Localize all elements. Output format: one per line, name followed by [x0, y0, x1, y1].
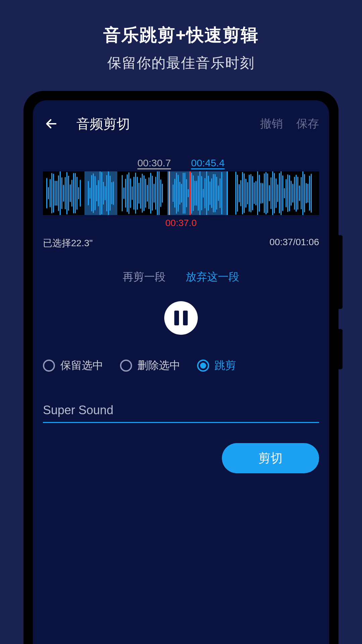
- radio-jump-cut[interactable]: 跳剪: [197, 358, 236, 373]
- wave-segment: [43, 171, 84, 215]
- save-button[interactable]: 保存: [296, 116, 319, 131]
- wave-segment: [228, 171, 319, 215]
- cut-again-button[interactable]: 再剪一段: [123, 270, 166, 284]
- cut-button[interactable]: 剪切: [222, 443, 319, 473]
- wave-segment-selected: [84, 171, 118, 215]
- undo-button[interactable]: 撤销: [260, 116, 283, 131]
- status-row: 已选择22.3" 00:37/01:06: [33, 237, 329, 250]
- end-marker-line: [227, 171, 228, 215]
- radio-label: 跳剪: [215, 358, 236, 373]
- radio-label: 删除选中: [137, 358, 180, 373]
- start-time-marker[interactable]: 00:30.7: [137, 157, 171, 169]
- radio-label: 保留选中: [60, 358, 103, 373]
- wave-segment-selected: [167, 171, 228, 215]
- selected-duration: 已选择22.3": [43, 237, 93, 250]
- waveform-editor: 00:30.7 00:45.4 00:37.0: [43, 157, 319, 228]
- app-screen: 音频剪切 撤销 保存 00:30.7 00:45.4 00:37.0: [33, 100, 329, 644]
- phone-volume-button: [339, 235, 343, 309]
- discard-segment-button[interactable]: 放弃这一段: [186, 270, 239, 284]
- phone-power-button: [339, 329, 343, 369]
- filename-input[interactable]: Super Sound: [43, 403, 319, 423]
- playhead-time: 00:37.0: [43, 218, 319, 228]
- segment-actions: 再剪一段 放弃这一段: [33, 270, 329, 284]
- page-title: 音频剪切: [76, 115, 247, 133]
- end-time-marker[interactable]: 00:45.4: [191, 157, 225, 169]
- playhead-line[interactable]: [189, 171, 191, 215]
- pause-button[interactable]: [164, 301, 198, 335]
- radio-icon: [43, 360, 55, 372]
- promo-title: 音乐跳剪+快速剪辑: [0, 23, 362, 47]
- wave-segment: [117, 171, 167, 215]
- pause-icon: [183, 311, 188, 325]
- pause-icon: [174, 311, 179, 325]
- radio-icon: [120, 360, 132, 372]
- radio-icon: [197, 360, 209, 372]
- start-marker-line: [169, 171, 170, 215]
- arrow-left-icon: [45, 117, 58, 130]
- waveform-track[interactable]: [43, 171, 319, 215]
- back-button[interactable]: [43, 115, 60, 132]
- mode-radio-group: 保留选中 删除选中 跳剪: [33, 358, 329, 373]
- app-header: 音频剪切 撤销 保存: [33, 110, 329, 137]
- radio-delete-selected[interactable]: 删除选中: [120, 358, 180, 373]
- playback-time: 00:37/01:06: [269, 237, 319, 250]
- phone-frame: 音频剪切 撤销 保存 00:30.7 00:45.4 00:37.0: [23, 91, 339, 644]
- promo-subtitle: 保留你的最佳音乐时刻: [0, 54, 362, 72]
- radio-keep-selected[interactable]: 保留选中: [43, 358, 103, 373]
